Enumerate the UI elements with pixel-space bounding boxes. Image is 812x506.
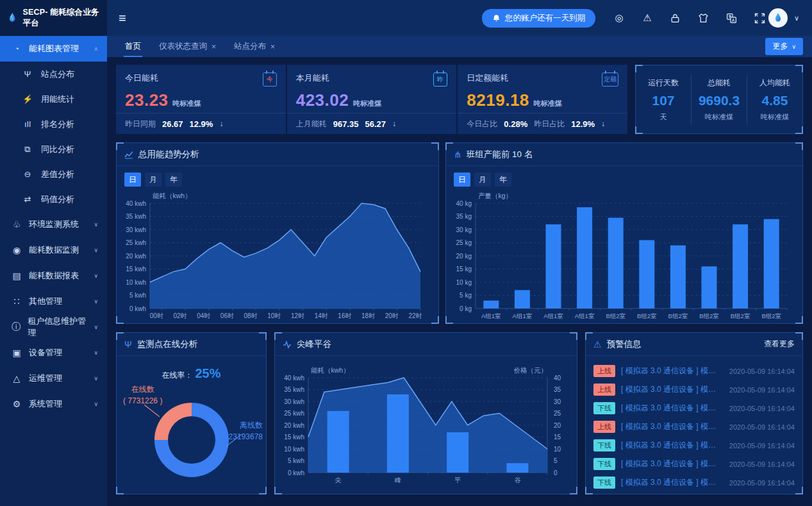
gauge-icon: ◉ xyxy=(11,245,22,255)
view-more-link[interactable]: 查看更多 xyxy=(764,339,795,350)
sidebar-group-item[interactable]: ◉ 能耗数据监测 ∨ xyxy=(0,237,107,263)
sidebar-group-item[interactable]: ♧ 环境监测系统 ∨ xyxy=(0,212,107,237)
tab[interactable]: 仪表状态查询 × xyxy=(150,36,225,57)
status-badge: 下线 xyxy=(593,476,615,489)
submenu-label: 用能统计 xyxy=(41,94,74,105)
sidebar-group-energy-charts[interactable]: ◔ 能耗图表管理 ∧ xyxy=(0,36,107,62)
kpi-footer: 昨日同期26.6712.9%↓ xyxy=(116,113,286,134)
sidebar-group-item[interactable]: △ 运维管理 ∨ xyxy=(0,366,107,391)
alert-row[interactable]: 下线 [ 模拟器 3.0 通信设备 ] 模拟器 3.0... 2020-05-0… xyxy=(593,436,795,455)
chart-period-tab[interactable]: 日 xyxy=(124,173,141,187)
pie-chart-icon: ◔ xyxy=(11,44,22,54)
sidebar-group-item[interactable]: ⓘ 租户信息维护管理 ∨ xyxy=(0,314,107,340)
calendar-badge-icon: 定额 xyxy=(602,72,618,87)
trend-period-tabs: 日月年 xyxy=(117,166,438,188)
sidebar-submenu-item[interactable]: ⚡ 用能统计 xyxy=(0,87,107,112)
chart-period-tab[interactable]: 年 xyxy=(495,173,511,187)
sidebar-submenu-item[interactable]: ⊖ 差值分析 xyxy=(0,162,107,187)
chevron-down-icon: ∨ xyxy=(94,298,98,305)
sidebar-submenu-item[interactable]: Ψ 站点分布 xyxy=(0,62,107,87)
svg-text:25 kg: 25 kg xyxy=(456,239,472,246)
kpi-value: 23.23 xyxy=(125,90,169,110)
group-label: 系统管理 xyxy=(29,398,62,410)
alert-row[interactable]: 下线 [ 模拟器 3.0 通信设备 ] 模拟器 3.0... 2020-05-0… xyxy=(593,399,795,417)
sidebar-submenu-item[interactable]: ıIl 排名分析 xyxy=(0,112,107,137)
warning-icon[interactable]: ⚠ xyxy=(642,12,653,24)
kpi-value: 8219.18 xyxy=(467,90,529,110)
tab-close-icon[interactable]: × xyxy=(270,42,275,51)
svg-text:10 kg: 10 kg xyxy=(456,279,472,286)
svg-text:35 kg: 35 kg xyxy=(456,213,472,220)
alert-row[interactable]: 上线 [ 模拟器 3.0 通信设备 ] 模拟器 3.0... 2020-05-0… xyxy=(593,362,795,380)
menu-collapse-icon[interactable]: ≡ xyxy=(119,11,126,26)
more-tabs-button[interactable]: 更多 ∨ xyxy=(765,38,803,55)
svg-text:40 kwh: 40 kwh xyxy=(284,375,304,382)
chart-period-tab[interactable]: 月 xyxy=(474,173,491,187)
summary-label: 运行天数 xyxy=(637,78,690,89)
kpi-unit: 吨标准煤 xyxy=(353,99,381,108)
submenu-label: 差值分析 xyxy=(41,169,74,180)
alert-text: [ 模拟器 3.0 通信设备 ] 模拟器 3.0... xyxy=(621,403,724,414)
user-menu-chevron-down-icon[interactable]: ∨ xyxy=(794,14,799,22)
lock-icon[interactable] xyxy=(670,12,681,24)
chevron-down-icon: ∨ xyxy=(94,375,98,382)
peak-panel: 尖峰平谷 0 kwh05 kwh510 kwh1015 kwh1520 kwh2… xyxy=(274,332,577,494)
svg-text:35 kwh: 35 kwh xyxy=(126,213,146,220)
status-badge: 上线 xyxy=(593,384,615,396)
alert-row[interactable]: 上线 [ 模拟器 3.0 通信设备 ] 模拟器 3.0... 2020-05-0… xyxy=(593,380,795,399)
online-panel-header: Ψ 监测点在线分析 xyxy=(117,333,266,356)
svg-text:16时: 16时 xyxy=(338,312,351,319)
svg-text:10: 10 xyxy=(554,446,561,453)
svg-text:30 kg: 30 kg xyxy=(456,226,472,233)
kpi-unit: 吨标准煤 xyxy=(173,99,201,108)
svg-text:20时: 20时 xyxy=(385,312,399,319)
svg-text:0 kg: 0 kg xyxy=(460,305,472,312)
swap-icon: ⇄ xyxy=(22,194,33,204)
alert-row[interactable]: 下线 [ 模拟器 3.0 通信设备 ] 模拟器 3.0... 2020-05-0… xyxy=(593,473,795,492)
lightning-icon: ⚡ xyxy=(22,94,33,104)
theme-icon[interactable]: ◎ xyxy=(613,12,625,24)
user-avatar[interactable] xyxy=(768,8,788,28)
tab[interactable]: 首页 xyxy=(116,36,150,57)
online-panel-title: 监测点在线分析 xyxy=(137,339,198,350)
alert-time: 2020-05-09 16:14:04 xyxy=(729,460,795,468)
alert-row[interactable]: 上线 [ 模拟器 3.0 通信设备 ] 模拟器 3.0... 2020-05-0… xyxy=(593,417,795,436)
svg-text:A组1室: A组1室 xyxy=(513,312,533,319)
svg-text:15 kg: 15 kg xyxy=(456,266,472,273)
account-expiry-notice-button[interactable]: 您的账户还有一天到期 xyxy=(482,9,595,28)
chart-period-tab[interactable]: 日 xyxy=(454,173,470,187)
sidebar-group-item[interactable]: ∷ 其他管理 ∨ xyxy=(0,289,107,314)
summary-value: 107 xyxy=(637,93,690,108)
sidebar-submenu-item[interactable]: ⧉ 同比分析 xyxy=(0,137,107,162)
svg-text:尖: 尖 xyxy=(335,476,342,484)
kpi-footer-label: 昨日占比 xyxy=(534,119,565,130)
tshirt-theme-icon[interactable] xyxy=(698,12,709,24)
sidebar-submenu-item[interactable]: ⇄ 码值分析 xyxy=(0,187,107,212)
kpi-card: 今日能耗 今 23.23 吨标准煤 昨日同期26.6712.9%↓ xyxy=(116,65,286,134)
summary-item: 总能耗 9690.3 吨标准煤 xyxy=(691,75,747,124)
translate-icon[interactable]: A xyxy=(726,12,738,24)
alert-row[interactable]: 下线 [ 模拟器 3.0 通信设备 ] 模拟器 3.0... 2020-05-0… xyxy=(593,455,795,473)
tab[interactable]: 站点分布 × xyxy=(225,36,284,57)
alert-text: [ 模拟器 3.0 通信设备 ] 模拟器 3.0... xyxy=(621,366,724,376)
svg-text:B组2室: B组2室 xyxy=(761,312,781,319)
chart-period-tab[interactable]: 月 xyxy=(145,173,162,187)
online-donut-chart xyxy=(154,403,229,477)
tab-close-icon[interactable]: × xyxy=(211,42,216,51)
alert-time: 2020-05-09 16:14:04 xyxy=(729,442,795,450)
sidebar-group-item[interactable]: ▣ 设备管理 ∨ xyxy=(0,340,107,366)
sidebar-group-item[interactable]: ⚙ 系统管理 ∨ xyxy=(0,391,107,417)
kpi-unit: 吨标准煤 xyxy=(534,99,562,108)
sidebar-group-item[interactable]: ▤ 能耗数据报表 ∨ xyxy=(0,263,107,289)
svg-text:A: A xyxy=(732,17,735,22)
chart-period-tab[interactable]: 年 xyxy=(165,173,182,187)
minus-circle-icon: ⊖ xyxy=(22,169,33,179)
alert-time: 2020-05-09 16:14:04 xyxy=(729,405,795,412)
submenu-label: 码值分析 xyxy=(41,194,74,205)
tab-label: 站点分布 xyxy=(234,41,266,52)
submenu-label: 站点分布 xyxy=(41,69,74,80)
submenu-label: 同比分析 xyxy=(41,144,74,155)
fullscreen-icon[interactable] xyxy=(754,12,766,24)
sidebar-submenu: Ψ 站点分布 ⚡ 用能统计 ıIl 排名分析 ⧉ 同比分析 ⊖ 差值分析 ⇄ 码… xyxy=(0,62,107,212)
svg-text:10 kwh: 10 kwh xyxy=(284,446,304,453)
